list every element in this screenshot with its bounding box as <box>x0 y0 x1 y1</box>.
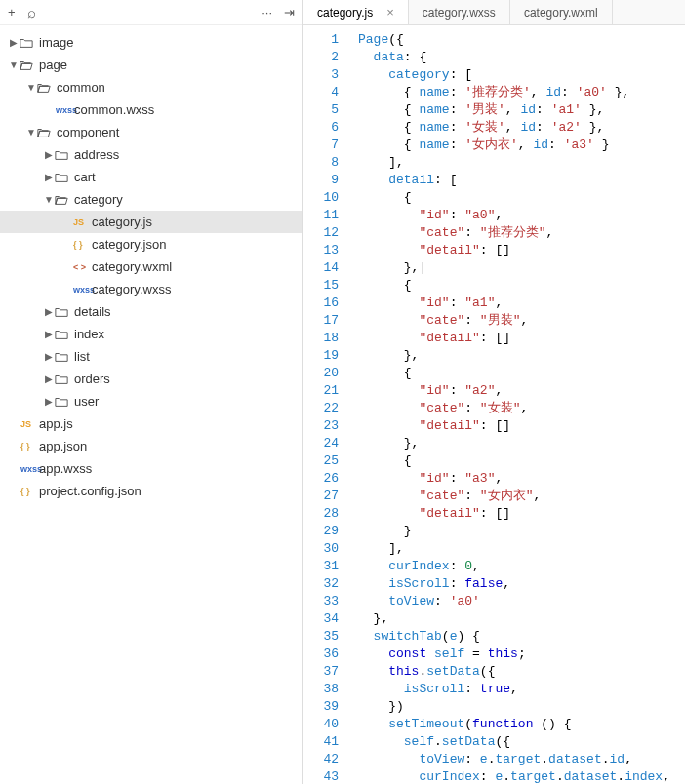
code-line[interactable]: category: [ <box>358 66 685 84</box>
code-line[interactable]: }, <box>358 610 685 628</box>
code-line[interactable]: }, <box>358 435 685 452</box>
code-line[interactable]: ], <box>358 154 685 172</box>
line-number: 13 <box>303 242 339 259</box>
code-line[interactable]: { <box>358 189 685 207</box>
code-line[interactable]: },| <box>358 259 685 277</box>
chevron-right-icon[interactable]: ▶ <box>43 149 55 160</box>
tree-item-label: user <box>74 394 99 409</box>
tree-row-app-js[interactable]: JSapp.js <box>0 412 302 435</box>
code-line[interactable]: toView: e.target.dataset.id, <box>358 751 685 768</box>
code-line[interactable]: isScroll: true, <box>358 681 685 698</box>
code-line[interactable]: { name: '女装', id: 'a2' }, <box>358 119 685 137</box>
chevron-right-icon[interactable]: ▶ <box>43 351 55 362</box>
code-line[interactable]: curIndex: e.target.dataset.index, <box>358 768 685 784</box>
code-line[interactable]: "id": "a2", <box>358 382 685 400</box>
line-number: 28 <box>303 505 339 523</box>
tab-category-wxss[interactable]: category.wxss <box>409 0 510 24</box>
code-line[interactable]: "detail": [] <box>358 505 685 523</box>
code-line[interactable]: curIndex: 0, <box>358 558 685 575</box>
tree-row-image[interactable]: ▶image <box>0 31 302 54</box>
tree-row-cart[interactable]: ▶cart <box>0 166 302 188</box>
tree-row-app-wxss[interactable]: wxssapp.wxss <box>0 457 302 480</box>
tree-row-app-json[interactable]: { }app.json <box>0 435 302 457</box>
code-line[interactable]: Page({ <box>358 31 685 49</box>
code-line[interactable]: data: { <box>358 49 685 66</box>
code-line[interactable]: this.setData({ <box>358 663 685 681</box>
chevron-right-icon[interactable]: ▶ <box>43 172 55 182</box>
tree-row-page[interactable]: ▼page <box>0 54 302 76</box>
code-line[interactable]: }, <box>358 347 685 365</box>
code-line[interactable]: "id": "a0", <box>358 207 685 224</box>
code-line[interactable]: { <box>358 365 685 382</box>
code-line[interactable]: "id": "a3", <box>358 470 685 488</box>
tree-row-details[interactable]: ▶details <box>0 300 302 323</box>
code-line[interactable]: detail: [ <box>358 172 685 189</box>
chevron-down-icon[interactable]: ▼ <box>8 59 20 70</box>
more-icon[interactable]: ··· <box>262 5 272 20</box>
chevron-right-icon[interactable]: ▶ <box>43 306 55 317</box>
tree-row-component[interactable]: ▼component <box>0 121 302 143</box>
code-line[interactable]: isScroll: false, <box>358 575 685 593</box>
code-line[interactable]: "cate": "女装", <box>358 400 685 417</box>
wxss-icon: wxss <box>55 105 74 115</box>
code-line[interactable]: ], <box>358 540 685 558</box>
code-line[interactable]: { name: '推荐分类', id: 'a0' }, <box>358 84 685 101</box>
chevron-right-icon[interactable]: ▶ <box>8 37 20 48</box>
chevron-down-icon[interactable]: ▼ <box>43 194 55 205</box>
code-line[interactable]: } <box>358 523 685 540</box>
code-line[interactable]: }) <box>358 698 685 716</box>
tab-category-wxml[interactable]: category.wxml <box>510 0 613 24</box>
close-icon[interactable]: × <box>386 5 394 20</box>
code-line[interactable]: "id": "a1", <box>358 294 685 312</box>
collapse-icon[interactable]: ⇥ <box>284 5 295 20</box>
tree-row-common-wxss[interactable]: wxsscommon.wxss <box>0 98 302 121</box>
tree-row-orders[interactable]: ▶orders <box>0 368 302 390</box>
code-line[interactable]: "cate": "推荐分类", <box>358 224 685 242</box>
chevron-down-icon[interactable]: ▼ <box>25 82 37 93</box>
tree-item-label: category.wxml <box>92 259 172 274</box>
wxml-icon: < > <box>72 262 92 272</box>
chevron-down-icon[interactable]: ▼ <box>25 127 37 137</box>
folder-icon <box>55 328 74 341</box>
tree-row-category-js[interactable]: JScategory.js <box>0 211 302 233</box>
code-line[interactable]: { <box>358 277 685 294</box>
code-content[interactable]: Page({ data: { category: [ { name: '推荐分类… <box>348 25 685 784</box>
new-file-button[interactable]: + <box>8 5 16 20</box>
code-line[interactable]: "cate": "女内衣", <box>358 488 685 505</box>
tree-row-list[interactable]: ▶list <box>0 345 302 368</box>
tree-row-category-json[interactable]: { }category.json <box>0 233 302 255</box>
tree-row-address[interactable]: ▶address <box>0 143 302 166</box>
code-line[interactable]: { <box>358 452 685 470</box>
code-line[interactable]: "detail": [] <box>358 330 685 347</box>
code-line[interactable]: { name: '女内衣', id: 'a3' } <box>358 137 685 154</box>
line-number: 40 <box>303 716 339 733</box>
tree-row-common[interactable]: ▼common <box>0 76 302 98</box>
search-icon[interactable]: ⌕ <box>27 4 36 20</box>
chevron-right-icon[interactable]: ▶ <box>43 329 55 339</box>
folder-icon <box>55 372 74 386</box>
folder-icon <box>55 171 74 184</box>
tree-row-index[interactable]: ▶index <box>0 323 302 345</box>
line-number: 37 <box>303 663 339 681</box>
code-editor[interactable]: 1234567891011121314151617181920212223242… <box>303 25 685 784</box>
tree-row-category[interactable]: ▼category <box>0 188 302 211</box>
code-line[interactable]: self.setData({ <box>358 733 685 751</box>
code-line[interactable]: "cate": "男装", <box>358 312 685 330</box>
chevron-right-icon[interactable]: ▶ <box>43 396 55 407</box>
tree-row-category-wxml[interactable]: < >category.wxml <box>0 255 302 278</box>
code-line[interactable]: "detail": [] <box>358 242 685 259</box>
code-line[interactable]: const self = this; <box>358 646 685 663</box>
code-line[interactable]: "detail": [] <box>358 417 685 435</box>
tree-row-project-config-json[interactable]: { }project.config.json <box>0 480 302 502</box>
code-line[interactable]: { name: '男装', id: 'a1' }, <box>358 101 685 119</box>
code-line[interactable]: toView: 'a0' <box>358 593 685 610</box>
code-line[interactable]: switchTab(e) { <box>358 628 685 646</box>
tree-item-label: app.wxss <box>39 461 92 476</box>
tree-item-label: category.json <box>92 237 166 252</box>
line-number: 8 <box>303 154 339 172</box>
tab-category-js[interactable]: category.js× <box>303 0 409 24</box>
tree-row-category-wxss[interactable]: wxsscategory.wxss <box>0 278 302 300</box>
tree-row-user[interactable]: ▶user <box>0 390 302 412</box>
chevron-right-icon[interactable]: ▶ <box>43 373 55 384</box>
code-line[interactable]: setTimeout(function () { <box>358 716 685 733</box>
